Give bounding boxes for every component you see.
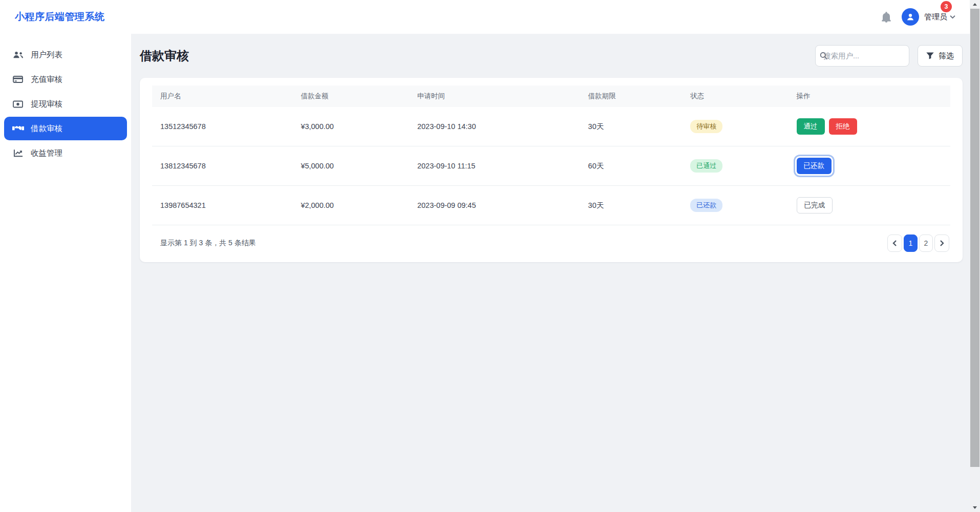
page-header: 借款审核 筛选 xyxy=(140,45,963,67)
sidebar-item-label: 收益管理 xyxy=(31,148,62,159)
column-header: 操作 xyxy=(789,86,951,107)
loan-table-card: 用户名借款金额申请时间借款期限状态操作 13512345678¥3,000.00… xyxy=(140,78,963,262)
cell-term: 30天 xyxy=(580,107,683,146)
search-wrap xyxy=(815,45,909,67)
cell-status: 待审核 xyxy=(682,107,788,146)
cell-actions: 通过拒绝 xyxy=(789,107,951,146)
action-button-通过[interactable]: 通过 xyxy=(797,118,825,135)
sidebar-item-label: 借款审核 xyxy=(31,123,62,134)
user-name[interactable]: 管理员 xyxy=(924,12,947,22)
table-footer: 显示第 1 到 3 条，共 5 条结果 12 xyxy=(152,234,950,252)
cell-username: 13987654321 xyxy=(152,186,292,225)
page-title: 借款审核 xyxy=(140,48,189,64)
cell-username: 13512345678 xyxy=(152,107,292,146)
sidebar-item-label: 充值审核 xyxy=(31,74,62,85)
cell-apply-time: 2023-09-09 09:45 xyxy=(409,186,580,225)
filter-button[interactable]: 筛选 xyxy=(918,45,963,67)
column-header: 借款期限 xyxy=(580,86,683,107)
credit-card-icon xyxy=(12,75,24,83)
cell-username: 13812345678 xyxy=(152,146,292,186)
sidebar-item-label: 用户列表 xyxy=(31,50,62,60)
sidebar-item-充值审核[interactable]: 充值审核 xyxy=(4,68,127,91)
scrollbar-thumb[interactable] xyxy=(970,9,979,467)
pagination-page-1[interactable]: 1 xyxy=(904,234,918,252)
table-body: 13512345678¥3,000.002023-09-10 14:3030天待… xyxy=(152,107,950,225)
chevron-right-icon xyxy=(939,240,945,246)
action-button-已还款[interactable]: 已还款 xyxy=(797,158,832,174)
cell-amount: ¥2,000.00 xyxy=(292,186,409,225)
pagination: 12 xyxy=(887,234,949,252)
header-tools: 筛选 xyxy=(815,45,963,67)
column-header: 状态 xyxy=(682,86,788,107)
cell-status: 已通过 xyxy=(682,146,788,186)
money-bill-icon xyxy=(12,100,24,108)
filter-label: 筛选 xyxy=(939,51,954,61)
sidebar: 用户列表 充值审核 提现审核 借款审核 收益管理 xyxy=(0,34,131,512)
main-content: 借款审核 筛选 用户名借款金额申请时间借款期限状态操作 135 xyxy=(131,34,970,512)
loan-table: 用户名借款金额申请时间借款期限状态操作 13512345678¥3,000.00… xyxy=(152,86,950,225)
action-button-拒绝[interactable]: 拒绝 xyxy=(829,118,857,135)
sidebar-item-label: 提现审核 xyxy=(31,99,62,110)
scrollbar-down-arrow-icon[interactable] xyxy=(970,503,980,512)
results-summary: 显示第 1 到 3 条，共 5 条结果 xyxy=(160,239,256,248)
vertical-scrollbar[interactable] xyxy=(970,0,980,512)
chevron-down-icon[interactable] xyxy=(950,15,955,19)
filter-funnel-icon xyxy=(926,52,934,59)
table-head: 用户名借款金额申请时间借款期限状态操作 xyxy=(152,86,950,107)
table-row: 13812345678¥5,000.002023-09-10 11:1560天已… xyxy=(152,146,950,186)
app-title: 小程序后端管理系统 xyxy=(15,10,105,24)
notification-badge[interactable]: 3 xyxy=(941,1,952,12)
cell-actions: 已完成 xyxy=(789,186,951,225)
chart-line-icon xyxy=(12,149,24,157)
cell-term: 60天 xyxy=(580,146,683,186)
topbar: 小程序后端管理系统 管理员 3 xyxy=(0,0,970,34)
sidebar-item-借款审核[interactable]: 借款审核 xyxy=(4,117,127,140)
cell-amount: ¥5,000.00 xyxy=(292,146,409,186)
bell-icon[interactable] xyxy=(881,12,891,23)
pagination-prev-button[interactable] xyxy=(887,234,902,252)
table-row: 13987654321¥2,000.002023-09-09 09:4530天已… xyxy=(152,186,950,225)
scrollbar-up-arrow-icon[interactable] xyxy=(970,0,980,9)
cell-status: 已还款 xyxy=(682,186,788,225)
chevron-left-icon xyxy=(892,240,898,246)
status-badge: 已通过 xyxy=(690,159,722,173)
sidebar-item-提现审核[interactable]: 提现审核 xyxy=(4,92,127,116)
pagination-page-2[interactable]: 2 xyxy=(919,234,933,252)
status-badge: 已还款 xyxy=(690,199,722,212)
handshake-icon xyxy=(12,125,24,132)
column-header: 借款金额 xyxy=(292,86,409,107)
table-row: 13512345678¥3,000.002023-09-10 14:3030天待… xyxy=(152,107,950,146)
cell-apply-time: 2023-09-10 11:15 xyxy=(409,146,580,186)
sidebar-item-收益管理[interactable]: 收益管理 xyxy=(4,141,127,165)
search-input[interactable] xyxy=(815,45,909,67)
users-icon xyxy=(12,51,24,59)
user-avatar-icon[interactable] xyxy=(902,8,919,26)
column-header: 用户名 xyxy=(152,86,292,107)
cell-term: 30天 xyxy=(580,186,683,225)
column-header: 申请时间 xyxy=(409,86,580,107)
cell-actions: 已还款 xyxy=(789,146,951,186)
pagination-next-button[interactable] xyxy=(934,234,949,252)
cell-apply-time: 2023-09-10 14:30 xyxy=(409,107,580,146)
status-badge: 待审核 xyxy=(690,120,722,133)
sidebar-item-用户列表[interactable]: 用户列表 xyxy=(4,43,127,67)
cell-amount: ¥3,000.00 xyxy=(292,107,409,146)
action-button-已完成[interactable]: 已完成 xyxy=(797,197,833,214)
